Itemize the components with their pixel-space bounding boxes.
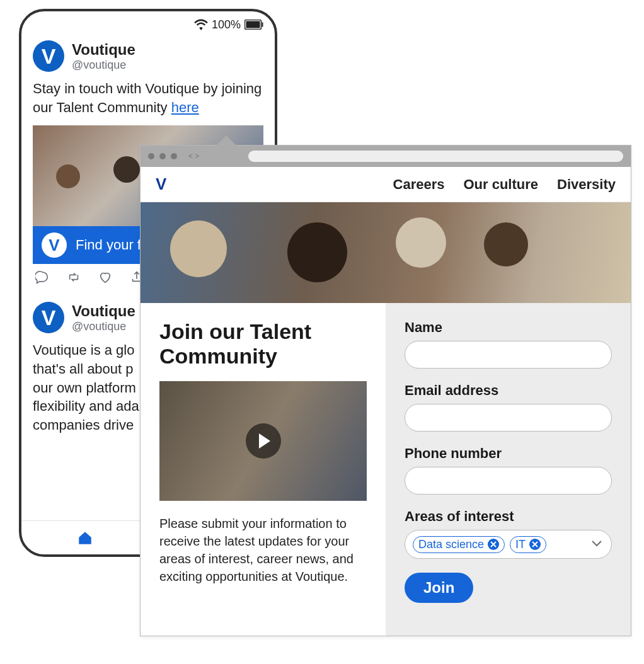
- field-name: Name: [405, 319, 612, 369]
- talent-community-link[interactable]: here: [171, 100, 199, 115]
- hero-image: [141, 202, 631, 303]
- window-zoom-icon[interactable]: [171, 153, 177, 159]
- browser-window: < > V Careers Our culture Diversity Join…: [140, 145, 631, 636]
- areas-label: Areas of interest: [405, 508, 612, 525]
- voutique-logo-icon[interactable]: V: [156, 175, 166, 194]
- site-header: V Careers Our culture Diversity: [141, 167, 631, 202]
- browser-chrome: < >: [141, 146, 631, 167]
- field-email: Email address: [405, 382, 612, 432]
- left-column: Join our Talent Community Please submit …: [141, 303, 386, 636]
- post-header: V Voutique @voutique: [33, 40, 263, 72]
- address-bar[interactable]: [248, 151, 623, 162]
- chip-remove-icon[interactable]: [529, 539, 541, 550]
- name-label: Name: [405, 319, 612, 336]
- form-column: Name Email address Phone number Areas of…: [386, 303, 631, 636]
- author-avatar[interactable]: V: [33, 302, 64, 333]
- chevron-down-icon[interactable]: [591, 539, 602, 550]
- email-label: Email address: [405, 382, 612, 399]
- wifi-icon: [194, 19, 208, 30]
- video-thumbnail[interactable]: [159, 381, 367, 501]
- name-input[interactable]: [405, 341, 612, 369]
- heart-icon[interactable]: [98, 270, 112, 284]
- svg-rect-1: [246, 21, 260, 28]
- author-handle[interactable]: @voutique: [72, 59, 135, 72]
- voutique-logo-icon: V: [42, 232, 67, 258]
- chip-label: Data science: [418, 538, 484, 551]
- page-title: Join our Talent Community: [159, 319, 367, 369]
- phone-label: Phone number: [405, 445, 612, 462]
- post-text: Stay in touch with Voutique by joining o…: [33, 79, 263, 117]
- window-minimize-icon[interactable]: [159, 153, 166, 159]
- banner-text: Find your fi: [76, 237, 144, 253]
- author-avatar[interactable]: V: [33, 40, 64, 72]
- join-button[interactable]: Join: [405, 573, 473, 603]
- email-input[interactable]: [405, 404, 612, 432]
- chip-remove-icon[interactable]: [488, 539, 499, 550]
- phone-statusbar: 100%: [21, 11, 275, 34]
- phone-input[interactable]: [405, 467, 612, 495]
- nav-arrows-icon[interactable]: < >: [188, 152, 199, 161]
- battery-icon: [244, 20, 263, 30]
- comment-icon[interactable]: [35, 270, 49, 284]
- play-icon[interactable]: [246, 423, 281, 459]
- nav-careers[interactable]: Careers: [393, 176, 445, 193]
- window-close-icon[interactable]: [148, 153, 154, 159]
- battery-percent: 100%: [212, 18, 241, 31]
- chip-it[interactable]: IT: [510, 536, 546, 553]
- post-text-body: Stay in touch with Voutique by joining o…: [33, 81, 262, 115]
- author-name[interactable]: Voutique: [72, 302, 135, 320]
- chip-data-science[interactable]: Data science: [413, 536, 505, 553]
- nav-our-culture[interactable]: Our culture: [463, 176, 538, 193]
- tab-home[interactable]: [21, 530, 148, 546]
- field-areas: Areas of interest Data science IT: [405, 508, 612, 559]
- chip-label: IT: [515, 538, 526, 551]
- field-phone: Phone number: [405, 445, 612, 495]
- author-handle[interactable]: @voutique: [72, 320, 135, 333]
- callout-arrow-icon: [215, 135, 238, 147]
- site-nav: Careers Our culture Diversity: [393, 176, 616, 193]
- author-name[interactable]: Voutique: [72, 41, 135, 59]
- areas-select[interactable]: Data science IT: [405, 530, 612, 559]
- nav-diversity[interactable]: Diversity: [557, 176, 616, 193]
- svg-rect-2: [262, 23, 263, 27]
- retweet-icon[interactable]: [67, 270, 81, 284]
- intro-paragraph: Please submit your information to receiv…: [159, 515, 367, 585]
